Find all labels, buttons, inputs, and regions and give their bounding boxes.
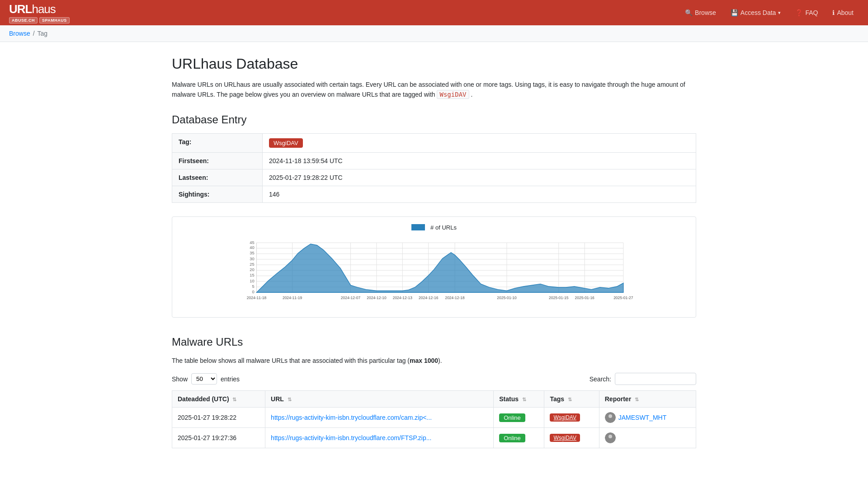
nav-access-data-label: Access Data bbox=[741, 9, 776, 16]
entries-select[interactable]: 50 10 25 100 bbox=[191, 373, 217, 385]
nav-faq-label: FAQ bbox=[805, 9, 818, 16]
chart-container: # of URLs 45 40 35 30 25 20 15 10 5 0 bbox=[172, 216, 696, 318]
sort-icon-dateadded: ⇅ bbox=[232, 397, 236, 402]
col-status[interactable]: Status ⇅ bbox=[494, 391, 544, 408]
intro-tag-name: WsgiDAV bbox=[437, 90, 469, 99]
breadcrumb-current: Tag bbox=[38, 30, 48, 37]
svg-text:2024-11-19: 2024-11-19 bbox=[283, 296, 302, 300]
col-tags[interactable]: Tags ⇅ bbox=[544, 391, 599, 408]
field-value-lastseen: 2025-01-27 19:28:22 UTC bbox=[263, 169, 696, 186]
status-badge: Online bbox=[499, 413, 525, 422]
avatar bbox=[605, 412, 616, 423]
intro-paragraph: Malware URLs on URLhaus are usually asso… bbox=[172, 80, 696, 100]
svg-text:2025-01-27: 2025-01-27 bbox=[613, 296, 633, 300]
desc-text-after: ). bbox=[438, 357, 442, 364]
sort-icon-reporter: ⇅ bbox=[635, 397, 639, 402]
svg-text:35: 35 bbox=[250, 250, 254, 255]
svg-text:2025-01-10: 2025-01-10 bbox=[497, 296, 517, 300]
show-label: Show bbox=[172, 375, 188, 383]
url-link[interactable]: https://rugs-activity-kim-isbn.trycloudf… bbox=[271, 414, 432, 421]
intro-text-after: . bbox=[471, 91, 472, 98]
svg-text:2025-01-15: 2025-01-15 bbox=[549, 296, 569, 300]
cell-reporter bbox=[599, 428, 696, 448]
table-row: Firstseen: 2024-11-18 13:59:54 UTC bbox=[172, 152, 696, 169]
breadcrumb-browse[interactable]: Browse bbox=[9, 30, 30, 37]
svg-marker-31 bbox=[257, 244, 623, 292]
reporter-link[interactable]: JAMESWT_MHT bbox=[618, 414, 667, 421]
intro-text-before: Malware URLs on URLhaus are usually asso… bbox=[172, 81, 685, 98]
brand-logo[interactable]: URL haus ABUSE.CH SPAMHAUS bbox=[9, 2, 70, 23]
table-controls: Show 50 10 25 100 entries Search: bbox=[172, 373, 696, 385]
breadcrumb-separator: / bbox=[33, 30, 35, 37]
nav-menu: 🔍 Browse 💾 Access Data ❓ FAQ ℹ About bbox=[679, 6, 859, 19]
field-label-sightings: Sightings: bbox=[172, 186, 263, 202]
svg-text:2024-12-16: 2024-12-16 bbox=[419, 296, 439, 300]
nav-browse-label: Browse bbox=[695, 9, 716, 16]
col-dateadded[interactable]: Dateadded (UTC) ⇅ bbox=[172, 391, 265, 408]
table-row: 2025-01-27 19:28:22https://rugs-activity… bbox=[172, 408, 696, 428]
search-input[interactable] bbox=[615, 373, 696, 385]
main-content: URLhaus Database Malware URLs on URLhaus… bbox=[163, 42, 705, 462]
navbar: URL haus ABUSE.CH SPAMHAUS 🔍 Browse 💾 Ac… bbox=[0, 0, 868, 25]
nav-about-label: About bbox=[837, 9, 854, 16]
cell-status: Online bbox=[494, 428, 544, 448]
cell-url: https://rugs-activity-kim-isbn.trycloudf… bbox=[265, 428, 494, 448]
url-link[interactable]: https://rugs-activity-kim-isbn.trycloudf… bbox=[271, 434, 431, 441]
col-url[interactable]: URL ⇅ bbox=[265, 391, 494, 408]
brand-name-haus: haus bbox=[32, 2, 55, 16]
cell-status: Online bbox=[494, 408, 544, 428]
svg-point-44 bbox=[609, 414, 612, 418]
svg-text:45: 45 bbox=[250, 240, 254, 245]
nav-access-data[interactable]: 💾 Access Data bbox=[725, 6, 787, 19]
field-value-sightings: 146 bbox=[263, 186, 696, 202]
tag-badge: WsgiDAV bbox=[269, 138, 303, 148]
field-label-firstseen: Firstseen: bbox=[172, 152, 263, 169]
database-icon: 💾 bbox=[731, 9, 738, 16]
brand-name-url: URL bbox=[9, 2, 32, 16]
col-reporter[interactable]: Reporter ⇅ bbox=[599, 391, 696, 408]
cell-tags: WsgiDAV bbox=[544, 408, 599, 428]
malware-urls-desc: The table below shows all malware URLs t… bbox=[172, 356, 696, 366]
breadcrumb-area: Browse / Tag bbox=[0, 25, 868, 42]
nav-faq[interactable]: ❓ FAQ bbox=[790, 6, 823, 19]
search-label: Search: bbox=[590, 375, 611, 383]
max-label: max 1000 bbox=[410, 357, 438, 364]
svg-text:10: 10 bbox=[250, 278, 254, 283]
field-value-tag: WsgiDAV bbox=[263, 133, 696, 152]
database-entry-table: Tag: WsgiDAV Firstseen: 2024-11-18 13:59… bbox=[172, 133, 696, 203]
svg-text:5: 5 bbox=[252, 284, 255, 289]
svg-text:25: 25 bbox=[250, 262, 254, 267]
svg-point-46 bbox=[609, 435, 612, 438]
table-row: 2025-01-27 19:27:36https://rugs-activity… bbox=[172, 428, 696, 448]
page-title: URLhaus Database bbox=[172, 56, 696, 72]
legend-color-box bbox=[411, 224, 425, 230]
urls-chart: 45 40 35 30 25 20 15 10 5 0 bbox=[179, 236, 689, 309]
nav-about[interactable]: ℹ About bbox=[827, 6, 859, 19]
svg-text:40: 40 bbox=[250, 245, 254, 250]
table-row: Sightings: 146 bbox=[172, 186, 696, 202]
search-icon: 🔍 bbox=[685, 9, 693, 16]
status-badge: Online bbox=[499, 434, 525, 442]
field-value-firstseen: 2024-11-18 13:59:54 UTC bbox=[263, 152, 696, 169]
show-entries-control: Show 50 10 25 100 entries bbox=[172, 373, 240, 385]
svg-text:20: 20 bbox=[250, 267, 254, 272]
question-icon: ❓ bbox=[795, 9, 803, 16]
chart-svg-wrapper: 45 40 35 30 25 20 15 10 5 0 bbox=[179, 236, 689, 310]
tag-pill[interactable]: WsgiDAV bbox=[550, 413, 580, 422]
nav-browse[interactable]: 🔍 Browse bbox=[679, 6, 722, 19]
table-row: Lastseen: 2025-01-27 19:28:22 UTC bbox=[172, 169, 696, 186]
tag-pill[interactable]: WsgiDAV bbox=[550, 434, 580, 442]
table-row: Tag: WsgiDAV bbox=[172, 133, 696, 152]
legend-label: # of URLs bbox=[430, 224, 457, 231]
cell-reporter: JAMESWT_MHT bbox=[599, 408, 696, 428]
svg-text:15: 15 bbox=[250, 272, 254, 277]
field-label-tag: Tag: bbox=[172, 133, 263, 152]
brand-badge-abuse: ABUSE.CH bbox=[9, 17, 38, 23]
db-entry-title: Database Entry bbox=[172, 113, 696, 126]
breadcrumb: Browse / Tag bbox=[9, 30, 859, 37]
brand-badge-spamhaus: SPAMHAUS bbox=[39, 17, 70, 23]
cell-url: https://rugs-activity-kim-isbn.trycloudf… bbox=[265, 408, 494, 428]
sort-icon-tags: ⇅ bbox=[568, 397, 572, 402]
chart-legend: # of URLs bbox=[179, 224, 689, 231]
svg-text:2024-12-13: 2024-12-13 bbox=[393, 296, 413, 300]
